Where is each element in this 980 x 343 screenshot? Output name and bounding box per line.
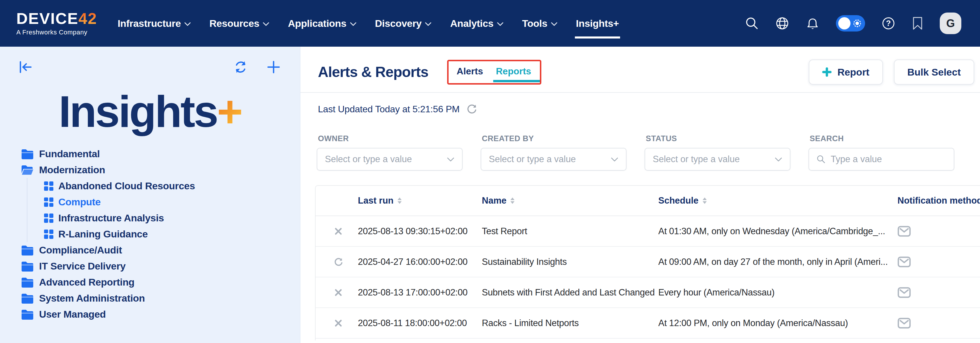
search-field[interactable]	[808, 148, 955, 171]
sidebar-item-fundamental[interactable]: Fundamental	[21, 146, 300, 162]
column-header-schedule[interactable]: Schedule	[658, 195, 894, 206]
sidebar-toolbar	[0, 58, 300, 76]
globe-icon[interactable]	[775, 16, 789, 30]
nav-insights-plus[interactable]: Insights+	[576, 0, 619, 47]
sidebar-item-r-laning-guidance[interactable]: R-Laning Guidance	[44, 226, 300, 242]
search-icon[interactable]	[745, 16, 759, 30]
nav-discovery[interactable]: Discovery	[375, 0, 432, 47]
report-grid-icon	[44, 197, 54, 207]
chevron-down-icon	[263, 22, 269, 26]
folder-icon	[21, 293, 34, 304]
sidebar-item-modernization[interactable]: Modernization	[21, 162, 300, 178]
cell-last-run: 2025-04-27 16:00:00+02:00	[358, 257, 482, 267]
table-row[interactable]: 2025-08-13 09:30:15+02:00 Test Report At…	[316, 216, 980, 247]
page-header: Alerts & Reports Alerts Reports Report B…	[301, 47, 980, 84]
folder-open-icon	[21, 165, 34, 176]
report-grid-icon	[44, 181, 54, 191]
nav-resources[interactable]: Resources	[209, 0, 269, 47]
folder-icon	[21, 277, 34, 288]
header-actions: Report Bulk Select	[809, 59, 974, 84]
nav-infrastructure[interactable]: Infrastructure	[118, 0, 191, 47]
search-input[interactable]	[830, 154, 946, 165]
last-updated-text: Last Updated Today at 5:21:56 PM	[318, 104, 460, 114]
chevron-down-icon	[350, 22, 356, 26]
created-by-select[interactable]: Select or type a value	[480, 148, 627, 171]
svg-text:?: ?	[886, 19, 891, 28]
search-icon	[817, 155, 826, 164]
sidebar-item-compliance-audit[interactable]: Compliance/Audit	[21, 242, 300, 258]
table-row[interactable]: 2025-08-13 17:00:00+02:00 Subnets with F…	[316, 277, 980, 308]
cell-last-run: 2025-08-13 17:00:00+02:00	[358, 287, 482, 298]
refresh-icon[interactable]	[466, 103, 478, 116]
tab-reports[interactable]: Reports	[496, 66, 531, 77]
email-icon	[894, 256, 980, 268]
sidebar-item-system-administration[interactable]: System Administration	[21, 290, 300, 306]
cell-schedule: At 09:00 AM, on day 27 of the month, onl…	[658, 257, 894, 267]
cell-name: Racks - Limited Netports	[482, 318, 658, 329]
theme-toggle[interactable]	[836, 15, 865, 32]
nav-analytics[interactable]: Analytics	[450, 0, 503, 47]
x-icon	[316, 319, 358, 328]
report-grid-icon	[44, 213, 54, 223]
cell-name: Subnets with First Added and Last Change…	[482, 287, 658, 298]
sidebar-tree: Fundamental Modernization Abandoned Clou…	[0, 146, 300, 322]
sidebar: Insights+ Fundamental Modernization Aban…	[0, 47, 301, 343]
header-divider	[301, 92, 980, 93]
notifications-bell-icon[interactable]	[806, 16, 819, 30]
nav-tools[interactable]: Tools	[522, 0, 557, 47]
add-report-button[interactable]: Report	[809, 59, 883, 84]
chevron-down-icon	[611, 157, 618, 162]
collapse-sidebar-icon[interactable]	[18, 59, 33, 75]
owner-select[interactable]: Select or type a value	[317, 148, 463, 171]
sidebar-item-abandoned-cloud-resources[interactable]: Abandoned Cloud Resources	[44, 178, 300, 194]
refresh-icon[interactable]	[233, 59, 248, 75]
chevron-down-icon	[425, 22, 431, 26]
next-row-sliver	[316, 338, 980, 340]
help-icon[interactable]: ?	[881, 16, 896, 30]
bookmark-icon[interactable]	[912, 16, 923, 30]
folder-icon	[21, 245, 34, 256]
status-select[interactable]: Select or type a value	[644, 148, 791, 171]
chevron-down-icon	[497, 22, 503, 26]
folder-icon	[21, 309, 34, 320]
sidebar-item-it-service-delivery[interactable]: IT Service Delivery	[21, 258, 300, 274]
email-icon	[894, 318, 980, 329]
column-header-name[interactable]: Name	[482, 195, 658, 206]
bulk-select-button[interactable]: Bulk Select	[894, 59, 974, 84]
table-row[interactable]: 2025-08-11 18:00:00+02:00 Racks - Limite…	[316, 308, 980, 338]
sidebar-item-infrastructure-analysis[interactable]: Infrastructure Analysis	[44, 210, 300, 226]
chevron-down-icon	[775, 157, 782, 162]
top-nav: DEVICE42 A Freshworks Company Infrastruc…	[0, 0, 980, 47]
sort-icon	[703, 197, 707, 204]
device42-wordmark: DEVICE42	[16, 11, 97, 26]
sort-icon	[398, 197, 402, 204]
x-icon	[316, 227, 358, 236]
page-title: Alerts & Reports	[318, 64, 428, 81]
filters-bar: OWNER Select or type a value CREATED BY …	[317, 134, 980, 171]
sync-icon	[316, 257, 358, 267]
sidebar-item-user-managed[interactable]: User Managed	[21, 306, 300, 322]
sidebar-item-compute[interactable]: Compute	[44, 194, 300, 210]
add-icon[interactable]	[266, 60, 281, 75]
modernization-children: Abandoned Cloud Resources Compute Infras…	[27, 178, 300, 242]
table-header-row: Last run Name Schedule Notification meth…	[316, 186, 980, 216]
filter-owner: OWNER Select or type a value	[317, 134, 463, 171]
device42-logo[interactable]: DEVICE42 A Freshworks Company	[16, 11, 97, 36]
folder-icon	[21, 261, 34, 272]
nav-applications[interactable]: Applications	[288, 0, 356, 47]
tab-alerts[interactable]: Alerts	[457, 66, 483, 77]
email-icon	[894, 287, 980, 299]
email-icon	[894, 225, 980, 237]
cell-schedule: At 12:00 PM, only on Monday (America/Nas…	[658, 318, 894, 329]
cell-name: Test Report	[482, 226, 658, 237]
user-avatar[interactable]: G	[940, 13, 961, 34]
column-header-last-run[interactable]: Last run	[358, 195, 482, 206]
sidebar-item-advanced-reporting[interactable]: Advanced Reporting	[21, 274, 300, 290]
column-header-notification-method: Notification method	[894, 195, 980, 206]
status-label: STATUS	[646, 134, 791, 143]
cell-schedule: Every hour (America/Nassau)	[658, 287, 894, 298]
filter-status: STATUS Select or type a value	[644, 134, 791, 171]
table-row[interactable]: 2025-04-27 16:00:00+02:00 Sustainability…	[316, 247, 980, 277]
plus-icon	[822, 67, 832, 77]
sort-icon	[511, 197, 514, 204]
